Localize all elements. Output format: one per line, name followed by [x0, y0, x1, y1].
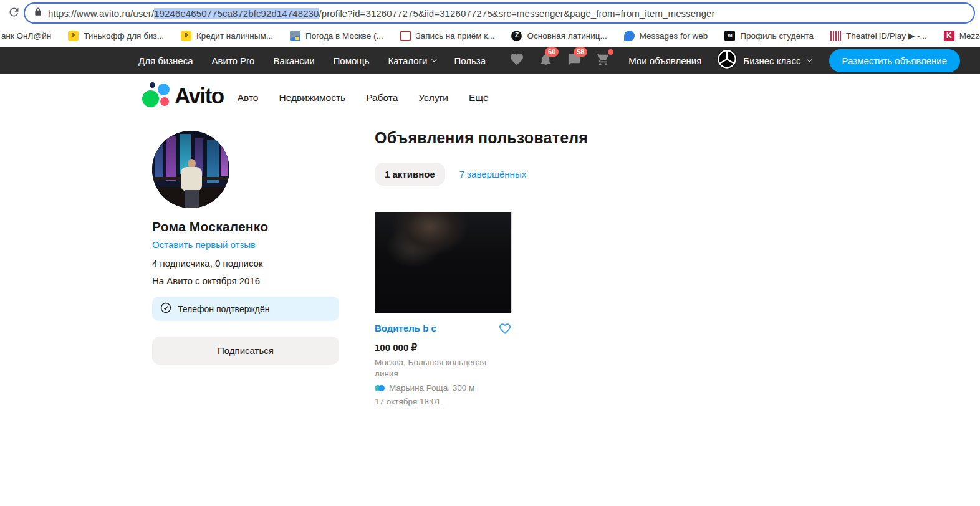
messages-button[interactable]: 58	[562, 49, 586, 72]
bookmark-item[interactable]: Кредит наличным...	[181, 31, 273, 41]
bookmark-favicon	[181, 31, 191, 41]
bookmark-item[interactable]: Погода в Москве (...	[290, 31, 383, 41]
listings-tabs: 1 активное 7 завершённых	[375, 163, 811, 186]
chevron-down-icon	[807, 57, 812, 62]
bookmark-item[interactable]: Профиль студента	[724, 31, 814, 41]
reload-icon	[7, 6, 21, 21]
listing-title[interactable]: Водитель b c	[375, 323, 436, 333]
bookmark-item[interactable]: анк ОнЛ@йн	[1, 31, 51, 41]
header-nav-item[interactable]: Для бизнеса	[138, 55, 193, 66]
listing-photo[interactable]	[375, 212, 512, 313]
header-nav-label: Польза	[454, 55, 486, 66]
header-nav-item[interactable]: Помощь	[334, 55, 370, 66]
header-nav-label: Каталоги	[388, 55, 428, 66]
profile-name: Рома Москаленко	[152, 219, 339, 234]
bookmark-item[interactable]: Тинькофф для биз...	[68, 31, 164, 41]
url-text: https://www.avito.ru/user/19246e4650775c…	[48, 8, 715, 19]
bookmark-item[interactable]: Запись на приём к...	[400, 31, 495, 41]
logo-row: Avito Авто Недвижимость Работа Услуги Ещ…	[142, 82, 489, 110]
category-nav-item[interactable]: Недвижимость	[279, 92, 345, 103]
category-nav: Авто Недвижимость Работа Услуги Ещё	[238, 88, 489, 103]
bookmark-label: анк ОнЛ@йн	[1, 31, 51, 41]
avito-wordmark: Avito	[175, 84, 224, 108]
bookmark-label: Тинькофф для биз...	[84, 31, 164, 41]
bookmark-favicon	[830, 31, 841, 41]
tab-active-listings[interactable]: 1 активное	[375, 163, 445, 186]
header-nav-item[interactable]: Польза	[454, 55, 486, 66]
url-bar[interactable]: https://www.avito.ru/user/19246e4650775c…	[24, 2, 975, 24]
avito-logo[interactable]: Avito	[142, 82, 224, 110]
url-selected-segment: 19246e4650775ca872bfc92d14748230	[154, 8, 319, 19]
favorite-heart-icon[interactable]	[498, 322, 512, 338]
account-avatar	[716, 49, 737, 72]
metro-lines-icon	[375, 385, 385, 391]
listing-price: 100 000 ₽	[375, 342, 512, 353]
bookmark-label: TheatreHD/Play ▶ -...	[846, 31, 927, 41]
bookmark-item[interactable]: Mezzo Live - Онла...	[944, 31, 980, 41]
bookmark-label: Погода в Москве (...	[305, 31, 383, 41]
tab-completed-listings[interactable]: 7 завершённых	[459, 169, 526, 179]
lock-icon[interactable]	[34, 7, 42, 19]
notifications-badge: 60	[545, 47, 559, 57]
header-nav-item[interactable]: Вакансии	[273, 55, 314, 66]
listing-date: 17 октября 18:01	[375, 397, 512, 406]
cart-button[interactable]	[591, 49, 615, 72]
category-nav-item[interactable]: Услуги	[418, 92, 448, 103]
chevron-down-icon	[432, 57, 437, 62]
site-header: Для бизнеса Авито Pro Вакансии Помощь	[0, 47, 980, 74]
reload-button[interactable]	[4, 3, 24, 23]
bookmark-label: Messages for web	[640, 31, 708, 41]
heart-icon	[509, 52, 524, 69]
header-nav-item[interactable]: Авито Pro	[212, 55, 255, 66]
followers-count: 4 подписчика, 0 подписок	[152, 258, 339, 269]
header-nav-label: Вакансии	[273, 55, 314, 66]
phone-verified-badge: Телефон подтверждён	[152, 297, 339, 321]
bookmark-label: Основная латиниц...	[527, 31, 607, 41]
messages-badge: 58	[574, 47, 587, 57]
bookmark-item[interactable]: TheatreHD/Play ▶ -...	[830, 31, 927, 41]
notifications-button[interactable]: 60	[534, 49, 557, 72]
member-since: На Авито с октября 2016	[152, 275, 339, 286]
bookmark-item[interactable]: Основная латиниц...	[511, 31, 607, 41]
bookmark-label: Mezzo Live - Онла...	[959, 31, 980, 41]
listings-section: Объявления пользователя 1 активное 7 зав…	[375, 129, 811, 406]
bookmark-label: Кредит наличным...	[196, 31, 273, 41]
account-label: Бизнес класс	[743, 55, 800, 66]
listing-location: Москва, Большая кольцевая линия	[375, 357, 490, 380]
bookmarks-bar: анк ОнЛ@йн Тинькофф для биз... Кредит на…	[0, 26, 980, 45]
phone-verified-label: Телефон подтверждён	[178, 304, 270, 314]
listing-card[interactable]: Водитель b c 100 000 ₽ Москва, Большая к…	[375, 212, 512, 406]
check-circle-icon	[160, 302, 171, 315]
header-nav-label: Помощь	[334, 55, 370, 66]
category-nav-item[interactable]: Ещё	[469, 92, 489, 103]
bookmark-favicon	[511, 31, 522, 41]
page: https://www.avito.ru/user/19246e4650775c…	[0, 0, 980, 506]
avito-logo-mark-icon	[142, 82, 172, 110]
my-ads-link[interactable]: Мои объявления	[628, 55, 701, 66]
bookmark-label: Профиль студента	[740, 31, 814, 41]
category-nav-item[interactable]: Авто	[238, 92, 259, 103]
leave-review-link[interactable]: Оставить первый отзыв	[152, 239, 339, 250]
bookmark-favicon	[724, 31, 735, 41]
cart-dot-badge	[608, 49, 613, 55]
metro-station-label: Марьина Роща, 300 м	[389, 383, 474, 393]
header-nav-item[interactable]: Каталоги	[388, 55, 436, 66]
account-menu[interactable]: Бизнес класс	[716, 49, 810, 72]
profile-avatar	[152, 131, 229, 208]
header-nav-label: Для бизнеса	[138, 55, 193, 66]
header-nav: Для бизнеса Авито Pro Вакансии Помощь	[138, 55, 486, 66]
header-nav-label: Авито Pro	[212, 55, 255, 66]
listing-metro: Марьина Роща, 300 м	[375, 383, 512, 393]
profile-sidebar: Рома Москаленко Оставить первый отзыв 4 …	[152, 131, 339, 365]
post-ad-button[interactable]: Разместить объявление	[829, 49, 960, 72]
subscribe-button[interactable]: Подписаться	[152, 337, 339, 365]
bookmark-favicon	[624, 31, 635, 41]
bookmark-favicon	[290, 31, 300, 41]
page-title: Объявления пользователя	[375, 129, 811, 147]
browser-toolbar: https://www.avito.ru/user/19246e4650775c…	[0, 0, 980, 26]
bookmark-item[interactable]: Messages for web	[624, 31, 708, 41]
favorites-button[interactable]	[505, 49, 529, 72]
category-nav-item[interactable]: Работа	[366, 92, 398, 103]
bookmark-favicon	[400, 31, 411, 41]
cart-icon	[596, 52, 610, 69]
